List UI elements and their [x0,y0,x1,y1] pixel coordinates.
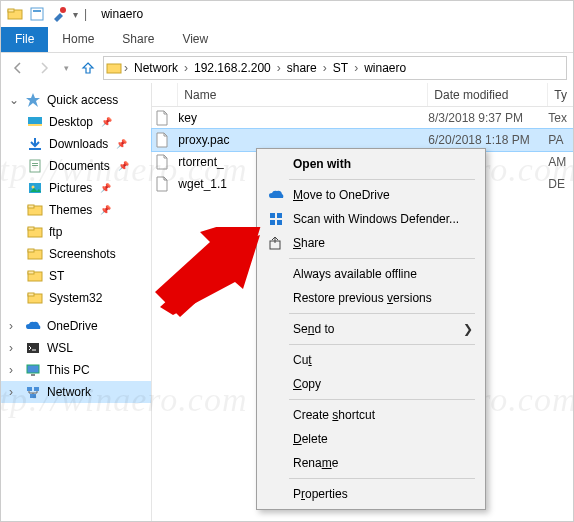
pin-icon: 📌 [100,183,111,193]
sidebar-item-wsl[interactable]: ›WSL [1,337,151,359]
chevron-right-icon: › [9,319,19,333]
folder-icon [7,6,23,22]
ctx-scan-defender[interactable]: Scan with Windows Defender... [259,207,483,231]
file-name: rtorrent_ [172,155,232,169]
sidebar-item-label: Documents [49,159,110,173]
network-folder-icon [106,60,122,76]
chevron-right-icon[interactable]: › [122,61,130,75]
svg-point-4 [60,7,66,13]
ctx-properties[interactable]: Properties [259,482,483,506]
ctx-rename[interactable]: Rename [259,451,483,475]
ctx-copy[interactable]: Copy [259,372,483,396]
onedrive-icon [25,318,41,334]
sidebar-item-pictures[interactable]: Pictures📌 [1,177,151,199]
svg-rect-25 [27,343,39,353]
svg-rect-18 [28,227,34,230]
nav-up-button[interactable] [77,57,99,79]
column-date[interactable]: Date modified [428,83,548,106]
sidebar-item-documents[interactable]: Documents📌 [1,155,151,177]
submenu-arrow-icon: ❯ [463,322,473,336]
tab-home[interactable]: Home [48,27,108,52]
address-bar[interactable]: › Network › 192.168.2.200 › share › ST ›… [103,56,567,80]
folder-icon [27,114,43,130]
file-icon [152,154,172,170]
svg-rect-33 [270,220,275,225]
column-headers: Name Date modified Ty [152,83,573,107]
breadcrumb-st[interactable]: ST [329,61,352,75]
sidebar-item-screenshots[interactable]: Screenshots [1,243,151,265]
svg-marker-6 [26,93,40,107]
sidebar-item-network[interactable]: ›Network [1,381,151,403]
nav-recent-dropdown[interactable]: ▾ [59,57,73,79]
breadcrumb-share[interactable]: share [283,61,321,75]
svg-rect-24 [28,293,34,296]
wsl-icon [25,340,41,356]
svg-rect-22 [28,271,34,274]
breadcrumb-host[interactable]: 192.168.2.200 [190,61,275,75]
ctx-cut[interactable]: Cut [259,348,483,372]
ctx-share[interactable]: Share [259,231,483,255]
menu-separator [289,258,475,259]
chevron-right-icon[interactable]: › [275,61,283,75]
breadcrumb-network[interactable]: Network [130,61,182,75]
pin-icon: 📌 [116,139,127,149]
pin-icon: 📌 [118,161,129,171]
ctx-send-to[interactable]: Send to❯ [259,317,483,341]
svg-rect-12 [32,165,38,166]
ctx-open-with[interactable]: Open with [259,152,483,176]
defender-icon [267,210,285,228]
ribbon-tabs: File Home Share View [1,27,573,53]
tab-view[interactable]: View [168,27,222,52]
sidebar-item-themes[interactable]: Themes📌 [1,199,151,221]
sidebar-item-label: ST [49,269,64,283]
ctx-restore-versions[interactable]: Restore previous versions [259,286,483,310]
tab-file[interactable]: File [1,27,48,52]
file-date: 6/20/2018 1:18 PM [422,133,542,147]
chevron-right-icon[interactable]: › [352,61,360,75]
sidebar-quick-access[interactable]: ⌄ Quick access [1,89,151,111]
nav-back-button[interactable] [7,57,29,79]
column-name[interactable]: Name [178,83,428,106]
ctx-delete[interactable]: Delete [259,427,483,451]
nav-forward-button[interactable] [33,57,55,79]
file-icon [152,132,172,148]
properties-icon[interactable] [29,6,45,22]
sidebar-item-this-pc[interactable]: ›This PC [1,359,151,381]
chevron-right-icon[interactable]: › [182,61,190,75]
ctx-move-onedrive[interactable]: Move to OneDrive [259,183,483,207]
sidebar-item-downloads[interactable]: Downloads📌 [1,133,151,155]
sidebar-item-ftp[interactable]: ftp [1,221,151,243]
svg-rect-11 [32,163,38,164]
onedrive-icon [267,186,285,204]
chevron-right-icon[interactable]: › [321,61,329,75]
folder-icon [27,268,43,284]
ctx-create-shortcut[interactable]: Create shortcut [259,403,483,427]
tool-icon[interactable] [51,6,67,22]
folder-icon [27,158,43,174]
qat-dropdown-icon[interactable]: ▾ [73,9,78,20]
svg-rect-20 [28,249,34,252]
folder-icon [27,202,43,218]
sidebar-item-label: ftp [49,225,62,239]
svg-rect-29 [34,387,39,391]
menu-separator [289,399,475,400]
pin-icon: 📌 [101,117,112,127]
file-icon [152,110,172,126]
svg-rect-5 [107,64,121,73]
tab-share[interactable]: Share [108,27,168,52]
file-date: 8/3/2018 9:37 PM [422,111,542,125]
sidebar-item-onedrive[interactable]: ›OneDrive [1,315,151,337]
sidebar-item-st[interactable]: ST [1,265,151,287]
ctx-always-offline[interactable]: Always available offline [259,262,483,286]
breadcrumb-winaero[interactable]: winaero [360,61,410,75]
file-name: wget_1.1 [172,177,232,191]
navigation-row: ▾ › Network › 192.168.2.200 › share › ST… [1,53,573,83]
file-type: AM [542,155,573,169]
sidebar-item-desktop[interactable]: Desktop📌 [1,111,151,133]
file-name: key [172,111,232,125]
file-row[interactable]: key8/3/2018 9:37 PMTex [152,107,573,129]
folder-icon [27,290,43,306]
column-type[interactable]: Ty [548,83,573,106]
svg-rect-1 [8,9,14,12]
sidebar-item-system32[interactable]: System32 [1,287,151,309]
